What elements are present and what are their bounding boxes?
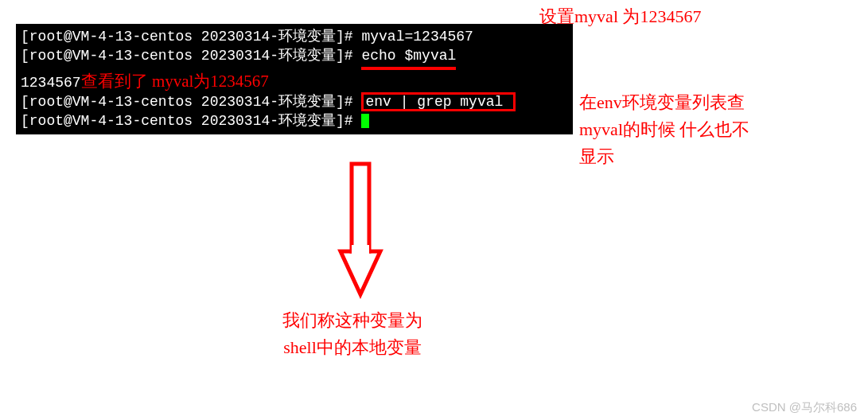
command-env-grep: env | grep myval [361, 92, 516, 111]
prompt: [root@VM-4-13-centos 20230314-环境变量]# [21, 29, 361, 45]
prompt: [root@VM-4-13-centos 20230314-环境变量]# [21, 94, 361, 110]
annotation-right-line3: 显示 [579, 143, 842, 170]
annotation-right-line2: myval的时候 什么也不 [579, 116, 842, 143]
annotation-top: 设置myval 为1234567 [539, 3, 702, 30]
cursor-block[interactable] [361, 114, 369, 128]
watermark-text: CSDN @马尔科686 [752, 400, 857, 415]
terminal-line-3: 1234567查看到了 myval为1234567 [21, 70, 568, 92]
annotation-bottom: 我们称这种变量为 shell中的本地变量 [282, 307, 422, 361]
command-echo: echo $myval [361, 46, 456, 69]
arrow-down-icon [333, 159, 388, 302]
terminal-line-1: [root@VM-4-13-centos 20230314-环境变量]# myv… [21, 27, 568, 46]
terminal-line-4: [root@VM-4-13-centos 20230314-环境变量]# env… [21, 92, 568, 111]
inline-note: 查看到了 myval为1234567 [81, 72, 269, 91]
terminal-line-5: [root@VM-4-13-centos 20230314-环境变量]# [21, 111, 568, 130]
prompt: [root@VM-4-13-centos 20230314-环境变量]# [21, 113, 361, 129]
annotation-bottom-line2: shell中的本地变量 [282, 334, 422, 361]
terminal-window[interactable]: [root@VM-4-13-centos 20230314-环境变量]# myv… [16, 24, 573, 134]
command-set-var: myval=1234567 [361, 29, 473, 45]
output-value: 1234567 [21, 75, 81, 91]
annotation-right-line1: 在env环境变量列表查 [579, 89, 842, 116]
svg-marker-1 [341, 251, 380, 294]
svg-rect-0 [352, 164, 369, 251]
prompt: [root@VM-4-13-centos 20230314-环境变量]# [21, 48, 361, 64]
annotation-right: 在env环境变量列表查 myval的时候 什么也不 显示 [579, 89, 842, 170]
terminal-line-2: [root@VM-4-13-centos 20230314-环境变量]# ech… [21, 46, 568, 69]
svg-rect-2 [352, 245, 369, 256]
annotation-bottom-line1: 我们称这种变量为 [282, 307, 422, 334]
